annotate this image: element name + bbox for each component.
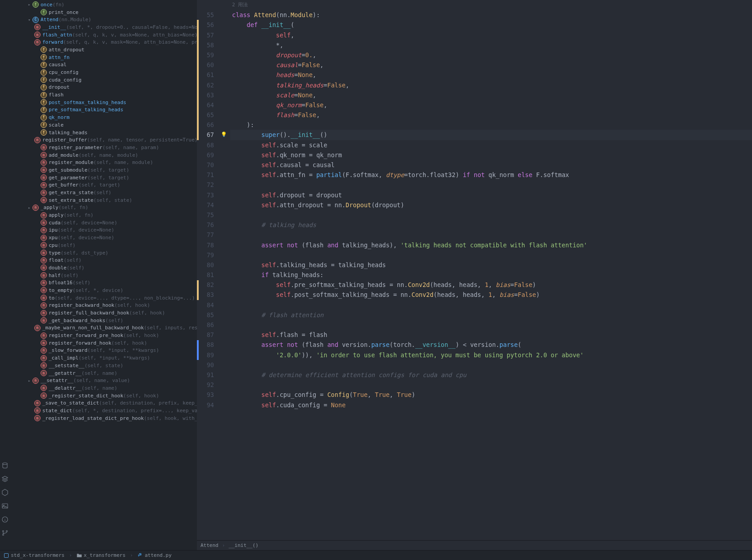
chevron-right-icon[interactable]: ▸ bbox=[26, 2, 32, 7]
structure-tree-item[interactable]: mset_extra_state(self, state) bbox=[10, 196, 197, 204]
code-line[interactable]: qk_norm=False, bbox=[230, 100, 752, 110]
structure-tree-item[interactable]: ▸m__setattr__(self, name, value) bbox=[10, 377, 197, 384]
structure-tree-item[interactable]: mapply(self, fn) bbox=[10, 211, 197, 219]
image-icon[interactable] bbox=[1, 502, 9, 510]
structure-tree-item[interactable]: fpre_softmax_talking_heads bbox=[10, 106, 197, 114]
structure-tree-item[interactable]: mcpu(self) bbox=[10, 241, 197, 249]
structure-tree-item[interactable]: fscale bbox=[10, 121, 197, 129]
code-line[interactable]: ): bbox=[230, 120, 752, 130]
structure-tree-item[interactable]: mregister_buffer(self, name, tensor, per… bbox=[10, 136, 197, 144]
structure-tree-item[interactable]: m_slow_forward(self, *input, **kwargs) bbox=[10, 347, 197, 355]
lightbulb-icon[interactable]: 💡 bbox=[218, 130, 230, 140]
structure-tree-item[interactable]: mxpu(self, device=None) bbox=[10, 234, 197, 241]
structure-tree-item[interactable]: fattn_fn bbox=[10, 54, 197, 61]
structure-tree-item[interactable]: mget_extra_state(self) bbox=[10, 189, 197, 196]
chevron-right-icon[interactable]: ▸ bbox=[26, 205, 32, 210]
status-folder[interactable]: x_transformers bbox=[77, 552, 126, 558]
code-line[interactable]: # talking heads bbox=[230, 220, 752, 230]
chevron-right-icon[interactable]: ▸ bbox=[26, 378, 32, 383]
structure-tree-item[interactable]: m__setstate__(self, state) bbox=[10, 362, 197, 369]
code-line[interactable]: *, bbox=[230, 40, 752, 50]
code-line[interactable] bbox=[230, 230, 752, 240]
structure-tree-item[interactable]: mto(self, device=..., dtype=..., non_blo… bbox=[10, 294, 197, 302]
layers-icon[interactable] bbox=[1, 475, 9, 483]
structure-tree-item[interactable]: madd_module(self, name, module) bbox=[10, 151, 197, 159]
structure-tree-item[interactable]: mregister_module(self, name, module) bbox=[10, 159, 197, 166]
code-line[interactable]: causal=False, bbox=[230, 60, 752, 70]
structure-tree-item[interactable]: fflash bbox=[10, 91, 197, 99]
code-line[interactable]: self.attn_fn = partial(F.softmax, dtype=… bbox=[230, 170, 752, 180]
breadcrumb-item[interactable]: __init__() bbox=[228, 542, 258, 548]
code-line[interactable]: if talking_heads: bbox=[230, 270, 752, 280]
code-line[interactable]: self.cuda_config = None bbox=[230, 400, 752, 410]
code-line[interactable]: class Attend(nn.Module): bbox=[230, 10, 752, 20]
code-line[interactable] bbox=[230, 300, 752, 310]
chevron-down-icon[interactable]: ▾ bbox=[26, 18, 32, 22]
structure-tree-item[interactable]: ▾CAttend(nn.Module) bbox=[10, 16, 197, 23]
info-icon[interactable] bbox=[1, 516, 9, 523]
code-line[interactable]: self.scale = scale bbox=[230, 140, 752, 150]
structure-tree-item[interactable]: ▸fonce(fn) bbox=[10, 1, 197, 9]
code-line[interactable]: self.talking_heads = talking_heads bbox=[230, 260, 752, 270]
code-line[interactable]: self.dropout = dropout bbox=[230, 190, 752, 200]
structure-tree-item[interactable]: mdouble(self) bbox=[10, 264, 197, 272]
structure-tree-item[interactable]: m__init__(self, *, dropout=0., causal=Fa… bbox=[10, 23, 197, 31]
structure-tree-item[interactable]: m__delattr__(self, name) bbox=[10, 384, 197, 392]
code-line[interactable]: def __init__( bbox=[230, 20, 752, 30]
code-line[interactable] bbox=[230, 180, 752, 190]
structure-tree-item[interactable]: mforward(self, q, k, v, mask=None, attn_… bbox=[10, 38, 197, 46]
structure-tree-item[interactable]: mtype(self, dst_type) bbox=[10, 249, 197, 257]
code-line[interactable]: scale=None, bbox=[230, 90, 752, 100]
structure-tree-item[interactable]: fcuda_config bbox=[10, 76, 197, 84]
structure-tree-item[interactable]: mregister_parameter(self, name, param) bbox=[10, 144, 197, 151]
breadcrumb-bar[interactable]: Attend › __init__() bbox=[197, 540, 752, 550]
code-line[interactable] bbox=[230, 360, 752, 370]
code-line[interactable]: self.attn_dropout = nn.Dropout(dropout) bbox=[230, 200, 752, 210]
code-line[interactable]: self, bbox=[230, 30, 752, 40]
code-line[interactable]: self.qk_norm = qk_norm bbox=[230, 150, 752, 160]
structure-tree-item[interactable]: mto_empty(self, *, device) bbox=[10, 287, 197, 294]
status-file[interactable]: attend.py bbox=[137, 552, 172, 558]
usage-hint[interactable]: 2 用法 bbox=[230, 0, 752, 10]
code-line[interactable]: dropout=0., bbox=[230, 50, 752, 60]
structure-tree-item[interactable]: m_register_load_state_dict_pre_hook(self… bbox=[10, 414, 197, 422]
structure-tree-item[interactable]: m_save_to_state_dict(self, destination, … bbox=[10, 399, 197, 407]
code-line[interactable]: # flash attention bbox=[230, 310, 752, 320]
structure-tree-item[interactable]: mget_parameter(self, target) bbox=[10, 174, 197, 182]
structure-tree-item[interactable]: mfloat(self) bbox=[10, 256, 197, 264]
breadcrumb-item[interactable]: Attend bbox=[201, 542, 219, 548]
code-content[interactable]: 2 用法class Attend(nn.Module): def __init_… bbox=[230, 0, 752, 540]
structure-tree-item[interactable]: mhalf(self) bbox=[10, 272, 197, 279]
code-line[interactable]: assert not (flash and version.parse(torc… bbox=[230, 340, 752, 350]
structure-tree-item[interactable]: fcpu_config bbox=[10, 68, 197, 76]
structure-tree-item[interactable]: mregister_full_backward_hook(self, hook) bbox=[10, 309, 197, 317]
structure-tree-item[interactable]: mregister_forward_hook(self, hook) bbox=[10, 339, 197, 347]
code-line[interactable]: self.flash = flash bbox=[230, 330, 752, 340]
structure-tree-item[interactable]: mflash_attn(self, q, k, v, mask=None, at… bbox=[10, 31, 197, 39]
structure-tree-item[interactable]: m_get_backward_hooks(self) bbox=[10, 317, 197, 324]
structure-tree-item[interactable]: m__getattr__(self, name) bbox=[10, 369, 197, 377]
status-project[interactable]: std_x-transformers bbox=[4, 552, 64, 558]
structure-tree-item[interactable]: m_register_state_dict_hook(self, hook) bbox=[10, 392, 197, 400]
db-icon[interactable] bbox=[1, 462, 9, 469]
structure-tree-item[interactable]: mbfloat16(self) bbox=[10, 279, 197, 287]
branch-icon[interactable] bbox=[1, 529, 9, 537]
code-line[interactable]: # determine efficient attention configs … bbox=[230, 370, 752, 380]
code-editor[interactable]: 5556575859606162636465666768697071727374… bbox=[197, 0, 752, 540]
structure-tree-item[interactable]: m_maybe_warn_non_full_backward_hook(self… bbox=[10, 324, 197, 332]
structure-sidebar[interactable]: ▸fonce(fn)fprint_once▾CAttend(nn.Module)… bbox=[10, 0, 197, 550]
code-line[interactable]: heads=None, bbox=[230, 70, 752, 80]
code-line[interactable]: talking_heads=False, bbox=[230, 80, 752, 90]
code-line[interactable]: self.post_softmax_talking_heads = nn.Con… bbox=[230, 290, 752, 300]
structure-tree-item[interactable]: fprint_once bbox=[10, 9, 197, 16]
code-line[interactable] bbox=[230, 210, 752, 220]
code-line[interactable]: self.pre_softmax_talking_heads = nn.Conv… bbox=[230, 280, 752, 290]
code-line[interactable] bbox=[230, 320, 752, 330]
code-line[interactable] bbox=[230, 250, 752, 260]
structure-tree-item[interactable]: mregister_forward_pre_hook(self, hook) bbox=[10, 332, 197, 339]
structure-tree-item[interactable]: mregister_backward_hook(self, hook) bbox=[10, 302, 197, 310]
structure-tree-item[interactable]: ▸m_apply(self, fn) bbox=[10, 204, 197, 212]
code-line[interactable]: super().__init__() bbox=[230, 130, 752, 140]
code-line[interactable] bbox=[230, 380, 752, 390]
code-line[interactable]: '2.0.0')), 'in order to use flash attent… bbox=[230, 350, 752, 360]
